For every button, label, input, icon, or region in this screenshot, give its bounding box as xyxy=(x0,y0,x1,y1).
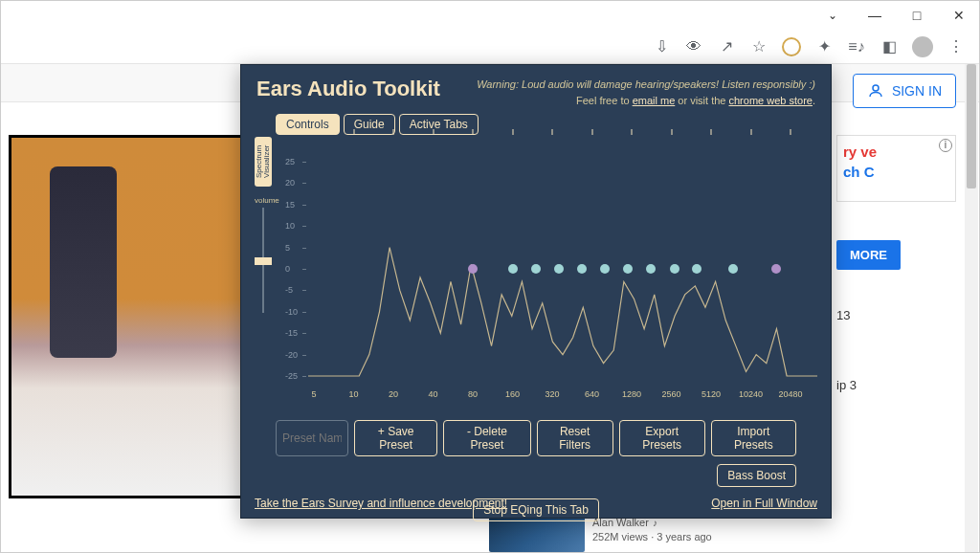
maximize-button[interactable]: □ xyxy=(904,8,929,23)
svg-point-0 xyxy=(873,85,879,91)
ad-line1: ry ve xyxy=(843,144,877,160)
eq-band-handle[interactable] xyxy=(623,264,633,274)
tab-controls[interactable]: Controls xyxy=(276,114,340,135)
eq-graph[interactable]: 2520151050-5-10-15-20-255102040801603206… xyxy=(285,137,817,412)
warning-line1: Warning: Loud audio will damage hearing/… xyxy=(477,77,815,93)
ad-card[interactable]: i ry ve ch C xyxy=(836,135,956,202)
video-content xyxy=(50,166,117,358)
ad-info-icon[interactable]: i xyxy=(939,139,952,152)
spectrum-wave xyxy=(308,137,817,412)
related-item-2[interactable]: ip 3 xyxy=(836,378,956,392)
user-icon xyxy=(867,82,884,100)
tab-active-tabs[interactable]: Active Tabs xyxy=(399,114,479,135)
volume-slider[interactable] xyxy=(262,208,264,313)
eq-band-handle[interactable] xyxy=(670,264,679,274)
learn-more-button[interactable]: MORE xyxy=(836,240,901,270)
close-button[interactable]: ✕ xyxy=(947,8,971,23)
volume-handle[interactable] xyxy=(255,257,272,265)
eq-band-handle[interactable] xyxy=(577,264,587,274)
sidebar-area: i ry ve ch C MORE 13 ip 3 xyxy=(836,135,956,422)
popup-footer: Take the Ears Survey and influence devel… xyxy=(255,497,817,510)
webstore-link[interactable]: chrome web store xyxy=(729,95,813,106)
bass-boost-button[interactable]: Bass Boost xyxy=(717,464,796,487)
video-views: 252M views xyxy=(592,531,648,542)
preset-name-input[interactable] xyxy=(276,420,348,456)
eq-band-handle[interactable] xyxy=(554,264,564,274)
sign-in-button[interactable]: SIGN IN xyxy=(853,74,956,108)
sign-in-label: SIGN IN xyxy=(892,83,942,99)
preset-row: + Save Preset - Delete Preset Reset Filt… xyxy=(241,412,831,460)
minimize-button[interactable]: — xyxy=(862,8,887,23)
share-icon[interactable]: ↗ xyxy=(717,37,736,56)
eq-band-handle[interactable] xyxy=(600,264,610,274)
extensions-icon[interactable]: ✦ xyxy=(814,37,834,56)
profile-avatar-icon[interactable] xyxy=(912,36,933,57)
incognito-icon[interactable]: 👁 xyxy=(684,37,703,56)
ad-line2: ch C xyxy=(843,164,875,180)
related-item-1[interactable]: 13 xyxy=(836,308,956,322)
spectrum-visualizer-toggle[interactable]: Spectrum Visualizer xyxy=(255,137,272,187)
music-icon[interactable]: ≡♪ xyxy=(847,37,866,56)
chevron-down-icon[interactable]: ⌄ xyxy=(820,9,845,22)
export-presets-button[interactable]: Export Presets xyxy=(619,420,705,456)
warning-line2: Feel free to email me or visit the chrom… xyxy=(477,93,815,109)
menu-icon[interactable]: ⋮ xyxy=(947,37,966,56)
video-player[interactable] xyxy=(9,135,257,498)
popup-tabs: Controls Guide Active Tabs xyxy=(241,114,831,137)
eq-band-handle[interactable] xyxy=(646,264,656,274)
popup-title: Ears Audio Toolkit xyxy=(256,77,440,101)
save-preset-button[interactable]: + Save Preset xyxy=(354,420,437,456)
delete-preset-button[interactable]: - Delete Preset xyxy=(443,420,530,456)
ears-popup: Ears Audio Toolkit Warning: Loud audio w… xyxy=(240,64,832,519)
eq-band-handle[interactable] xyxy=(468,264,478,274)
install-icon[interactable]: ⇩ xyxy=(652,37,671,56)
page-scrollbar[interactable] xyxy=(965,64,978,552)
popup-warning: Warning: Loud audio will damage hearing/… xyxy=(477,77,815,108)
tab-guide[interactable]: Guide xyxy=(344,114,395,135)
sidepanel-icon[interactable]: ◧ xyxy=(880,37,899,56)
eq-band-handle[interactable] xyxy=(508,264,518,274)
video-age: 3 years ago xyxy=(657,531,711,542)
star-icon[interactable]: ☆ xyxy=(749,37,768,56)
eq-band-handle[interactable] xyxy=(692,264,702,274)
reset-filters-button[interactable]: Reset Filters xyxy=(537,420,613,456)
eq-panel: Spectrum Visualizer volume 2520151050-5-… xyxy=(255,137,817,412)
volume-label: volume xyxy=(255,196,279,205)
email-link[interactable]: email me xyxy=(633,95,676,106)
ears-extension-icon[interactable] xyxy=(782,37,801,56)
browser-toolbar: ⇩ 👁 ↗ ☆ ✦ ≡♪ ◧ ⋮ xyxy=(1,30,979,64)
scrollbar-thumb[interactable] xyxy=(967,64,976,188)
import-presets-button[interactable]: Import Presets xyxy=(711,420,796,456)
eq-band-handle[interactable] xyxy=(728,264,738,274)
eq-band-handle[interactable] xyxy=(531,264,541,274)
survey-link[interactable]: Take the Ears Survey and influence devel… xyxy=(255,497,507,510)
window-titlebar: ⌄ — □ ✕ xyxy=(1,1,979,30)
open-full-window-link[interactable]: Open in Full Window xyxy=(711,497,817,510)
eq-band-handle[interactable] xyxy=(771,264,781,274)
extra-row: Bass Boost xyxy=(241,460,831,493)
